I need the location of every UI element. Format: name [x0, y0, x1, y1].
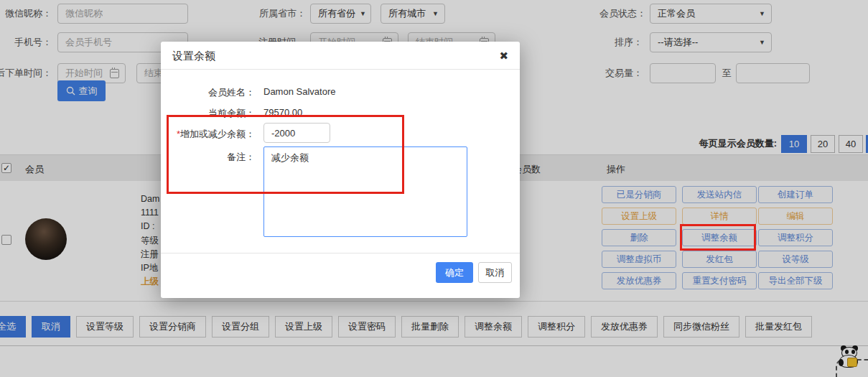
modal-footer: 确定 取消 [161, 253, 520, 298]
member-name-label: 会员姓名： [161, 86, 255, 99]
confirm-button[interactable]: 确定 [436, 262, 473, 283]
member-management-page: 微信昵称： 微信昵称 手机号： 会员手机号 最后下单时间： 开始时间 结束时间 … [0, 0, 868, 377]
annotation-box-modal-fields [167, 115, 404, 194]
modal-title: 设置余额 [172, 42, 215, 70]
member-name-value: Damon Salvatore [263, 86, 335, 97]
annotation-box-adjust-balance-button [680, 224, 756, 251]
close-icon[interactable]: ✖ [499, 42, 508, 70]
cancel-button[interactable]: 取消 [478, 262, 512, 283]
modal-header: 设置余额 ✖ [161, 42, 520, 70]
